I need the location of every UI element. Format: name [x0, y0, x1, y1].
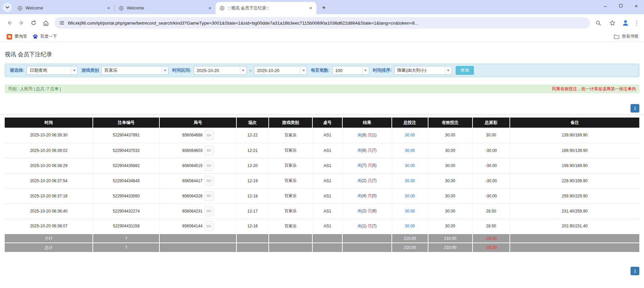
chevron-down-icon[interactable] — [362, 66, 369, 74]
banker-score: (7) — [372, 224, 377, 228]
bookmark-star-button[interactable] — [606, 17, 618, 29]
chevron-down-icon[interactable] — [300, 66, 307, 74]
close-icon[interactable]: × — [308, 5, 314, 11]
total-bet-link[interactable]: 30.00 — [405, 133, 415, 137]
result-cell: 闲(1) 庄(7) — [342, 219, 392, 234]
total-bet-link[interactable]: 30.00 — [405, 163, 415, 168]
video-replay-button[interactable] — [204, 130, 214, 140]
session-cell: 12-21 — [236, 143, 269, 158]
round-cell: 656064688 — [159, 128, 236, 143]
col-header-payout: 总派彩 — [472, 118, 510, 128]
video-replay-button[interactable] — [204, 176, 214, 186]
summary-label-cell: 小计 — [5, 234, 93, 243]
all-bookmarks-button[interactable]: 所有书签 — [614, 34, 639, 39]
star-icon — [609, 20, 615, 26]
valid-bet-cell: 30.00 — [428, 173, 472, 188]
total-bet-link[interactable]: 30.00 — [405, 194, 415, 198]
filter-bar: 请选择: 日期查询 游戏类别 百家乐 时间区间: 2025-10-20 ~ 20… — [5, 64, 639, 77]
currency-summary-text: 币别 : 人民币 | 总共 :7 注单 | — [8, 86, 61, 92]
time-cell: 2025-10-20 06:37:54 — [5, 173, 93, 188]
chevron-down-icon[interactable] — [445, 66, 452, 74]
summary-row: 总计 7 210.00 210.00 -33.00 — [5, 243, 639, 252]
home-button[interactable] — [40, 17, 52, 29]
game-type-label: 游戏类别 — [81, 67, 99, 73]
page-size-combobox[interactable]: 100 — [332, 66, 369, 75]
minimize-button[interactable]: – — [598, 0, 613, 11]
bookmark-baidu[interactable]: 百度一下 — [30, 33, 60, 40]
page-1-button[interactable]: 1 — [631, 267, 639, 275]
valid-bet-cell: 30.00 — [428, 203, 472, 219]
banker-label: 庄 — [368, 148, 372, 153]
payout-cell: 28.50 — [472, 203, 510, 219]
valid-bet-notice: 同局有效投注，统一计算在该局第一张注单内 — [552, 86, 636, 92]
reload-button[interactable] — [28, 17, 40, 29]
round-number: 656064231 — [182, 209, 202, 214]
site-info-icon[interactable] — [59, 20, 65, 26]
bet-id-cell: 522904435882 — [93, 158, 159, 173]
date-to-picker[interactable]: 2025-10-20 — [254, 66, 307, 75]
total-bet-link[interactable]: 30.00 — [405, 209, 415, 214]
taobao-icon: 淘 — [7, 34, 12, 39]
chevron-down-icon[interactable] — [240, 66, 247, 74]
game-type-cell: 百家乐 — [269, 143, 312, 158]
query-type-combobox[interactable]: 日期查询 — [27, 66, 78, 75]
bet-id-cell: 522904437991 — [93, 128, 159, 143]
table-footer: 小计 7 210.00 210.00 -33.00 总计 7 210.00 21… — [5, 234, 639, 252]
browser-tab-1[interactable]: Welcome × — [13, 2, 114, 14]
player-label: 闲 — [357, 178, 362, 183]
profile-avatar[interactable] — [620, 18, 631, 28]
remark-cell: 202.90/231.40 — [510, 219, 639, 234]
banker-label: 庄 — [368, 178, 372, 183]
payout-cell: -30.00 — [472, 158, 510, 173]
tab-search-button[interactable] — [3, 3, 12, 12]
video-replay-button[interactable] — [204, 206, 214, 216]
payout-cell: -30.00 — [472, 143, 510, 158]
table-no-cell: AS1 — [312, 203, 342, 219]
browser-tab-active[interactable]: :::视讯 会员下注纪录::: × — [216, 2, 316, 14]
close-icon[interactable]: × — [207, 5, 213, 11]
forward-button[interactable] — [15, 17, 28, 29]
total-bet-link[interactable]: 30.00 — [405, 148, 415, 153]
maximize-button[interactable] — [613, 0, 629, 11]
remark-cell: 199.90/169.90 — [510, 158, 639, 173]
video-replay-button[interactable] — [204, 221, 214, 231]
browser-tab-2[interactable]: Welcome × — [115, 2, 216, 14]
new-tab-button[interactable]: + — [319, 3, 329, 12]
video-replay-button[interactable] — [204, 161, 214, 171]
menu-kebab-icon[interactable]: ⋮ — [633, 20, 641, 27]
back-button[interactable] — [3, 17, 15, 29]
table-no-cell: AS1 — [312, 188, 342, 203]
total-bet-link[interactable]: 30.00 — [405, 179, 415, 183]
video-replay-button[interactable] — [204, 146, 214, 156]
table-row: 2025-10-20 06:37:16 522904433560 6560643… — [5, 188, 639, 203]
summary-count-cell: 7 — [93, 243, 159, 252]
bottom-pagination: 1 — [5, 267, 639, 275]
col-header-table: 桌号 — [312, 118, 342, 128]
video-replay-button[interactable] — [204, 191, 214, 201]
time-cell: 2025-10-20 06:39:02 — [5, 143, 93, 158]
table-row: 2025-10-20 06:36:07 522904431158 6560641… — [5, 219, 639, 234]
search-button[interactable]: 查询 — [456, 66, 474, 75]
summary-total-bet-cell: 210.00 — [392, 234, 428, 243]
time-cell: 2025-10-20 06:39:30 — [5, 128, 93, 143]
close-icon[interactable]: × — [106, 5, 112, 11]
result-cell: 闲(4) 庄(0) — [342, 188, 392, 203]
chevron-down-icon[interactable] — [161, 66, 168, 74]
window-close-button[interactable]: × — [629, 0, 644, 11]
payout-cell: -30.00 — [472, 188, 510, 203]
bookmark-aitaobao[interactable]: 淘 爱淘宝 — [4, 33, 30, 40]
game-type-combobox[interactable]: 百家乐 — [101, 66, 168, 75]
url-bar[interactable]: 66cxkj98.com/ipl/portal.php/game/betreco… — [54, 17, 590, 29]
chevron-down-icon[interactable] — [71, 66, 77, 74]
sort-combobox[interactable]: 降冪(由大到小) — [394, 66, 452, 75]
summary-valid-bet-cell: 210.00 — [428, 234, 472, 243]
remark-cell: 259.90/229.90 — [510, 188, 639, 203]
date-from-picker[interactable]: 2025-10-20 — [194, 66, 247, 75]
bet-records-table: 时间 注单编号 局号 场次 游戏类别 桌号 结果 总投注 有效投注 总派彩 备注… — [5, 118, 639, 252]
total-bet-link[interactable]: 30.00 — [405, 224, 415, 228]
forward-icon — [18, 20, 25, 26]
divider — [0, 115, 644, 115]
date-from-value: 2025-10-20 — [194, 66, 240, 74]
zoom-button[interactable] — [592, 17, 604, 29]
page-1-button[interactable]: 1 — [631, 104, 639, 113]
